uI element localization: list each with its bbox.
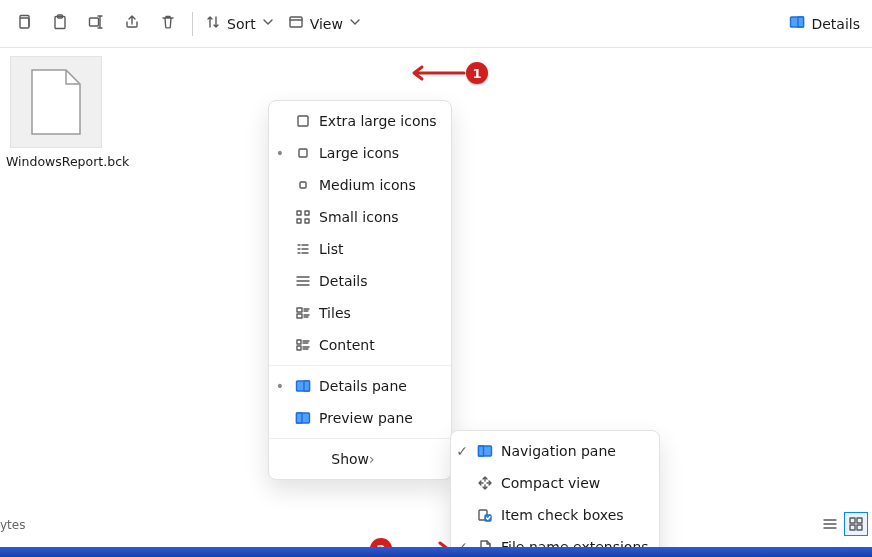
file-item[interactable]: WindowsReport.bck (6, 56, 106, 170)
menu-item-label: Large icons (315, 145, 441, 161)
chevron-down-icon (260, 14, 276, 33)
menu-item-item-check-boxes[interactable]: Item check boxes (451, 499, 659, 531)
menu-item-label: Compact view (497, 475, 649, 491)
menu-item-medium-icons[interactable]: Medium icons (269, 169, 451, 201)
menu-item-label: Small icons (315, 209, 441, 225)
svg-rect-23 (479, 446, 484, 456)
clipboard-icon (52, 14, 68, 33)
svg-rect-16 (297, 340, 301, 344)
details-pane-label: Details (811, 16, 860, 32)
file-thumbnail (10, 56, 102, 148)
small-icons-icon (291, 209, 315, 225)
menu-item-navigation-pane[interactable]: ✓Navigation pane (451, 435, 659, 467)
svg-rect-14 (297, 308, 302, 312)
rename-button[interactable] (78, 6, 114, 42)
details-pane-button[interactable]: Details (783, 6, 866, 42)
bullet-icon: • (269, 145, 291, 161)
svg-rect-19 (304, 381, 310, 391)
tiles-icon (291, 305, 315, 321)
share-button[interactable] (114, 6, 150, 42)
menu-separator (269, 365, 451, 366)
chevron-right-icon: › (369, 451, 383, 467)
svg-rect-17 (297, 346, 301, 350)
menu-item-preview-pane[interactable]: Preview pane (269, 402, 451, 434)
menu-item-small-icons[interactable]: Small icons (269, 201, 451, 233)
view-menu: Extra large icons •Large icons Medium ic… (268, 100, 452, 480)
svg-rect-10 (297, 211, 301, 215)
svg-rect-21 (297, 413, 303, 423)
status-bar-text: ytes (0, 518, 25, 532)
sort-icon (205, 14, 221, 33)
svg-rect-11 (305, 211, 309, 215)
details-pane-icon (291, 378, 315, 394)
file-area: WindowsReport.bck Extra large icons •Lar… (0, 48, 872, 538)
checkboxes-icon (473, 507, 497, 523)
menu-item-label: List (315, 241, 441, 257)
svg-rect-29 (850, 525, 855, 530)
view-icon (288, 14, 304, 33)
bullet-icon: • (269, 378, 291, 394)
view-mode-icons-button[interactable] (844, 512, 868, 536)
delete-button[interactable] (150, 6, 186, 42)
details-icon (291, 273, 315, 289)
sort-button[interactable]: Sort (199, 6, 282, 42)
svg-rect-12 (297, 219, 301, 223)
file-icon (28, 68, 84, 136)
check-icon: ✓ (451, 443, 473, 459)
menu-item-label: Details (315, 273, 441, 289)
copy-button[interactable] (6, 6, 42, 42)
chevron-down-icon (347, 14, 363, 33)
extra-large-icons-icon (291, 113, 315, 129)
menu-item-list[interactable]: List (269, 233, 451, 265)
menu-item-extra-large-icons[interactable]: Extra large icons (269, 105, 451, 137)
menu-item-label: Preview pane (315, 410, 441, 426)
menu-item-label: Extra large icons (315, 113, 441, 129)
details-pane-icon (789, 14, 805, 33)
menu-item-compact-view[interactable]: Compact view (451, 467, 659, 499)
toolbar: Sort View Details (0, 0, 872, 48)
menu-item-show[interactable]: Show› (269, 443, 451, 475)
svg-rect-7 (298, 116, 308, 126)
menu-item-content[interactable]: Content (269, 329, 451, 361)
taskbar (0, 547, 872, 557)
content-icon (291, 337, 315, 353)
compact-view-icon (473, 475, 497, 491)
svg-rect-4 (290, 17, 302, 27)
share-icon (124, 14, 140, 33)
annotation-badge: 1 (466, 62, 488, 84)
menu-item-details-pane[interactable]: •Details pane (269, 370, 451, 402)
menu-item-large-icons[interactable]: •Large icons (269, 137, 451, 169)
annotation-1: 1 (406, 62, 488, 84)
rename-icon (88, 14, 104, 33)
svg-rect-13 (305, 219, 309, 223)
menu-item-label: Navigation pane (497, 443, 649, 459)
sort-label: Sort (227, 16, 256, 32)
arrow-left-icon (406, 63, 466, 83)
menu-item-label: Tiles (315, 305, 441, 321)
copy-icon (16, 14, 32, 33)
list-icon (291, 241, 315, 257)
view-button[interactable]: View (282, 6, 369, 42)
svg-rect-3 (90, 18, 99, 26)
paste-button[interactable] (42, 6, 78, 42)
large-icons-icon (291, 145, 315, 161)
status-bar-viewmode (818, 512, 868, 536)
view-mode-details-button[interactable] (818, 512, 842, 536)
menu-item-details[interactable]: Details (269, 265, 451, 297)
menu-item-label: Show (327, 451, 369, 467)
svg-rect-28 (857, 518, 862, 523)
preview-pane-icon (291, 410, 315, 426)
svg-rect-6 (798, 17, 804, 27)
medium-icons-icon (291, 177, 315, 193)
menu-item-label: Content (315, 337, 441, 353)
svg-rect-9 (300, 182, 306, 188)
trash-icon (160, 14, 176, 33)
view-label: View (310, 16, 343, 32)
svg-rect-30 (857, 525, 862, 530)
menu-item-tiles[interactable]: Tiles (269, 297, 451, 329)
menu-item-label: Item check boxes (497, 507, 649, 523)
toolbar-separator (192, 12, 193, 36)
file-name: WindowsReport.bck (6, 154, 106, 170)
navigation-pane-icon (473, 443, 497, 459)
svg-rect-0 (20, 18, 29, 28)
